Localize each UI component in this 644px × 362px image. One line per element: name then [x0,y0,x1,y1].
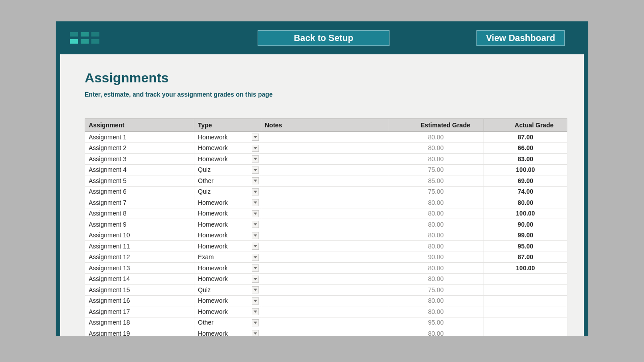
cell-assignment[interactable]: Assignment 18 [85,317,194,328]
cell-assignment[interactable]: Assignment 5 [85,175,194,187]
cell-actual[interactable]: 100.00 [484,263,567,274]
cell-estimated[interactable]: 80.00 [388,241,484,252]
cell-estimated[interactable]: 80.00 [388,142,484,154]
cell-estimated[interactable]: 80.00 [388,219,484,230]
cell-actual[interactable]: 95.00 [484,241,567,252]
cell-notes[interactable] [261,186,388,197]
cell-notes[interactable] [261,142,388,154]
cell-assignment[interactable]: Assignment 7 [85,197,194,208]
cell-notes[interactable] [261,197,388,208]
cell-notes[interactable] [261,154,388,165]
cell-assignment[interactable]: Assignment 16 [85,295,194,306]
back-to-setup-button[interactable]: Back to Setup [258,30,390,46]
cell-notes[interactable] [261,219,388,230]
cell-actual[interactable]: 69.00 [484,175,567,187]
dropdown-arrow-icon[interactable] [252,286,259,293]
dropdown-arrow-icon[interactable] [252,243,259,250]
cell-notes[interactable] [261,273,388,285]
cell-type[interactable]: Homework [194,208,261,219]
cell-type[interactable]: Homework [194,219,261,230]
cell-notes[interactable] [261,132,388,143]
cell-type[interactable]: Homework [194,197,261,208]
cell-actual[interactable]: 87.00 [484,252,567,263]
cell-assignment[interactable]: Assignment 3 [85,154,194,165]
cell-actual[interactable] [484,328,567,336]
col-header-actual[interactable]: Actual Grade [484,119,567,132]
cell-notes[interactable] [261,263,388,274]
cell-actual[interactable]: 100.00 [484,164,567,175]
cell-type[interactable]: Homework [194,142,261,154]
cell-actual[interactable] [484,285,567,296]
cell-estimated[interactable]: 80.00 [388,154,484,165]
cell-actual[interactable]: 100.00 [484,208,567,219]
col-header-assignment[interactable]: Assignment [85,119,194,132]
cell-actual[interactable]: 74.00 [484,186,567,197]
cell-type[interactable]: Homework [194,273,261,285]
dropdown-arrow-icon[interactable] [252,221,259,228]
cell-assignment[interactable]: Assignment 11 [85,241,194,252]
dropdown-arrow-icon[interactable] [252,308,259,315]
cell-assignment[interactable]: Assignment 15 [85,285,194,296]
cell-type[interactable]: Homework [194,230,261,241]
dropdown-arrow-icon[interactable] [252,297,259,305]
cell-actual[interactable] [484,273,567,285]
cell-type[interactable]: Homework [194,306,261,317]
cell-estimated[interactable]: 90.00 [388,252,484,263]
col-header-type[interactable]: Type [194,119,261,132]
cell-assignment[interactable]: Assignment 19 [85,328,194,336]
dropdown-arrow-icon[interactable] [252,232,259,239]
cell-notes[interactable] [261,241,388,252]
cell-estimated[interactable]: 80.00 [388,295,484,306]
cell-actual[interactable]: 99.00 [484,230,567,241]
dropdown-arrow-icon[interactable] [252,199,259,206]
cell-actual[interactable]: 87.00 [484,132,567,143]
cell-estimated[interactable]: 85.00 [388,175,484,187]
cell-type[interactable]: Quiz [194,164,261,175]
cell-assignment[interactable]: Assignment 1 [85,132,194,143]
dropdown-arrow-icon[interactable] [252,177,259,184]
cell-type[interactable]: Homework [194,295,261,306]
cell-assignment[interactable]: Assignment 2 [85,142,194,154]
cell-actual[interactable]: 83.00 [484,154,567,165]
cell-type[interactable]: Homework [194,154,261,165]
dropdown-arrow-icon[interactable] [252,276,259,283]
cell-type[interactable]: Homework [194,241,261,252]
dropdown-arrow-icon[interactable] [252,264,259,272]
cell-assignment[interactable]: Assignment 10 [85,230,194,241]
cell-estimated[interactable]: 80.00 [388,263,484,274]
cell-actual[interactable]: 66.00 [484,142,567,154]
cell-assignment[interactable]: Assignment 14 [85,273,194,285]
cell-type[interactable]: Quiz [194,186,261,197]
dropdown-arrow-icon[interactable] [252,134,259,141]
cell-type[interactable]: Other [194,317,261,328]
cell-estimated[interactable]: 95.00 [388,317,484,328]
cell-notes[interactable] [261,328,388,336]
dropdown-arrow-icon[interactable] [252,167,259,174]
cell-type[interactable]: Homework [194,328,261,336]
cell-assignment[interactable]: Assignment 4 [85,164,194,175]
cell-type[interactable]: Homework [194,132,261,143]
col-header-notes[interactable]: Notes [261,119,388,132]
cell-assignment[interactable]: Assignment 8 [85,208,194,219]
cell-notes[interactable] [261,306,388,317]
cell-notes[interactable] [261,164,388,175]
cell-notes[interactable] [261,175,388,187]
cell-estimated[interactable]: 80.00 [388,208,484,219]
dropdown-arrow-icon[interactable] [252,330,259,336]
cell-estimated[interactable]: 75.00 [388,186,484,197]
col-header-estimated[interactable]: Estimated Grade [388,119,484,132]
dropdown-arrow-icon[interactable] [252,254,259,261]
cell-notes[interactable] [261,208,388,219]
cell-notes[interactable] [261,317,388,328]
dropdown-arrow-icon[interactable] [252,155,259,163]
cell-estimated[interactable]: 80.00 [388,197,484,208]
cell-type[interactable]: Exam [194,252,261,263]
cell-actual[interactable] [484,295,567,306]
cell-assignment[interactable]: Assignment 9 [85,219,194,230]
cell-estimated[interactable]: 75.00 [388,285,484,296]
cell-estimated[interactable]: 80.00 [388,132,484,143]
cell-notes[interactable] [261,252,388,263]
dropdown-arrow-icon[interactable] [252,210,259,217]
cell-assignment[interactable]: Assignment 6 [85,186,194,197]
cell-notes[interactable] [261,285,388,296]
